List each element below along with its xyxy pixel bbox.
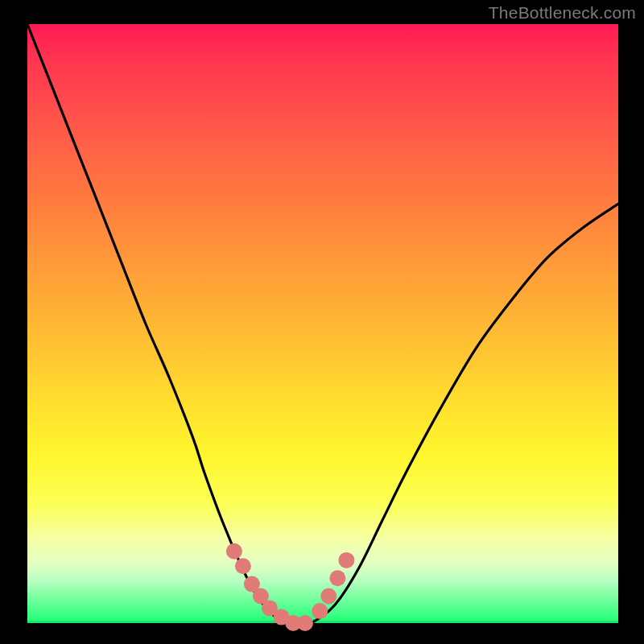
marker-dot — [338, 552, 354, 568]
plot-area — [27, 24, 618, 623]
marker-dot — [226, 543, 242, 559]
marker-dot — [297, 615, 313, 631]
bottleneck-curve — [27, 24, 618, 625]
marker-dot — [329, 570, 345, 586]
curve-svg — [27, 24, 618, 623]
marker-group — [226, 543, 355, 631]
watermark-text: TheBottleneck.com — [489, 3, 636, 23]
marker-dot — [312, 603, 328, 619]
marker-dot — [235, 558, 251, 574]
marker-dot — [320, 588, 336, 605]
outer-frame: TheBottleneck.com — [0, 0, 644, 644]
